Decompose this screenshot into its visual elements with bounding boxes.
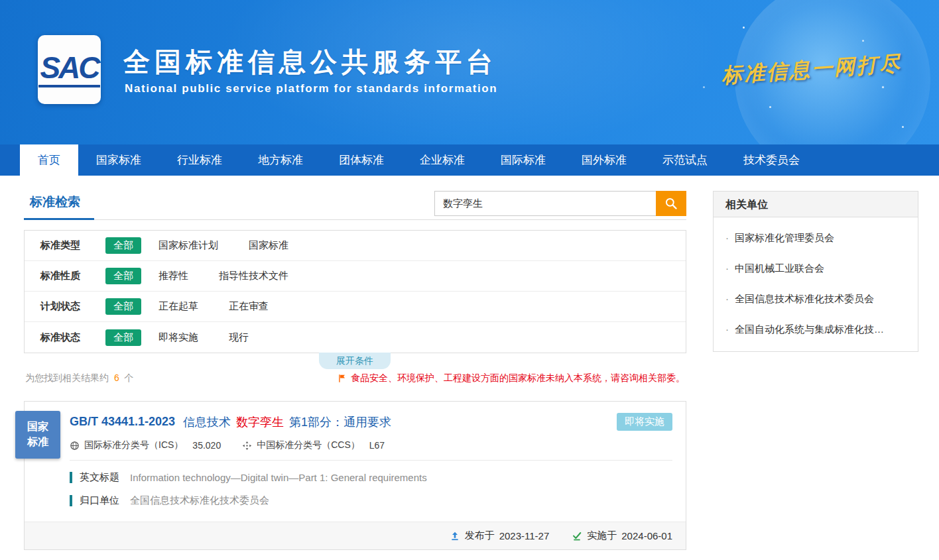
publish-date: 2023-11-27 (499, 530, 550, 541)
filter-option-all[interactable]: 全部 (105, 237, 141, 254)
sidebar-title: 相关单位 (714, 192, 918, 217)
ics-value: 35.020 (192, 440, 221, 451)
ics-label: 国际标准分类号（ICS） (84, 439, 183, 451)
filter-option[interactable]: 推荐性 (158, 270, 188, 282)
filter-row-label: 标准性质 (40, 270, 105, 282)
sparkle-decoration (743, 27, 745, 28)
standard-type-badge-line1: 国家 (27, 420, 48, 434)
publish-info: 发布于 2023-11-27 (450, 530, 550, 542)
nav-item-enterprise-standards[interactable]: 企业标准 (402, 144, 483, 176)
ics-classification: 国际标准分类号（ICS） 35.020 (70, 439, 221, 451)
site-header: SAC 全国标准信息公共服务平台 National public service… (0, 0, 939, 144)
results-notice: 食品安全、环境保护、工程建设方面的国家标准未纳入本系统，请咨询相关部委。 (338, 372, 685, 384)
sidebar-item-it-standardization-committee[interactable]: 全国信息技术标准化技术委员会 (714, 284, 918, 314)
english-title-row: 英文标题 Information technology—Digital twin… (70, 471, 672, 484)
filter-row-standard-type: 标准类型 全部 国家标准计划 国家标准 (25, 231, 686, 261)
implement-date: 2024-06-01 (621, 530, 672, 541)
committee-value: 全国信息技术标准化技术委员会 (130, 494, 269, 507)
results-notice-text: 食品安全、环境保护、工程建设方面的国家标准未纳入本系统，请咨询相关部委。 (351, 372, 685, 384)
nav-item-national-standards[interactable]: 国家标准 (78, 144, 159, 176)
standard-title-pre: 信息技术 (183, 414, 231, 430)
nav-item-industry-standards[interactable]: 行业标准 (159, 144, 240, 176)
sidebar-item-automation-systems-committee[interactable]: 全国自动化系统与集成标准化技… (714, 314, 918, 345)
committee-label: 归口单位 (80, 494, 119, 507)
english-title-label: 英文标题 (80, 471, 119, 484)
teal-bar (70, 495, 72, 506)
standard-title-post: 第1部分：通用要求 (289, 414, 391, 430)
nav-item-group-standards[interactable]: 团体标准 (321, 144, 402, 176)
filter-option-all[interactable]: 全部 (105, 329, 141, 346)
implement-info: 实施于 2024-06-01 (572, 530, 672, 542)
search-icon (664, 197, 678, 210)
tab-divider-line (24, 219, 686, 220)
compass-icon (242, 441, 252, 451)
teal-bar (70, 472, 72, 483)
card-title-row: GB/T 43441.1-2023 信息技术 数字孪生 第1部分：通用要求 即将… (70, 413, 672, 431)
nav-item-foreign-standards[interactable]: 国外标准 (564, 144, 645, 176)
filter-row-label: 标准类型 (40, 239, 105, 252)
search-button[interactable] (656, 191, 686, 216)
standard-title-highlight: 数字孪生 (236, 414, 284, 430)
filter-option[interactable]: 即将实施 (158, 331, 198, 344)
sidebar-item-sac[interactable]: 国家标准化管理委员会 (714, 223, 918, 253)
sac-logo[interactable]: SAC (38, 35, 101, 104)
results-count: 6 (114, 372, 119, 383)
ccs-value: L67 (369, 440, 385, 451)
filter-panel: 标准类型 全部 国家标准计划 国家标准 标准性质 全部 推荐性 指导性技术文件 … (24, 230, 686, 353)
flag-icon (338, 373, 347, 384)
expand-conditions-button[interactable]: 展开条件 (319, 353, 391, 369)
filter-option[interactable]: 国家标准计划 (158, 239, 218, 252)
sidebar-list: 国家标准化管理委员会 中国机械工业联合会 全国信息技术标准化技术委员会 全国自动… (714, 217, 918, 351)
filter-option[interactable]: 指导性技术文件 (219, 270, 288, 282)
result-card: 国家 标准 GB/T 43441.1-2023 信息技术 数字孪生 第1部分：通… (24, 401, 686, 550)
filter-row-plan-status: 计划状态 全部 正在起草 正在审查 (25, 292, 686, 322)
standard-title-link[interactable]: GB/T 43441.1-2023 信息技术 数字孪生 第1部分：通用要求 (70, 414, 391, 430)
tab-standard-search[interactable]: 标准检索 (30, 194, 80, 211)
content-area: 标准检索 标准类型 全部 国家标准计划 国家标准 标准性质 全部 推荐性 指导性… (0, 176, 939, 560)
filter-option[interactable]: 正在审查 (229, 300, 269, 313)
filter-row-label: 计划状态 (40, 300, 105, 313)
standard-type-badge: 国家 标准 (15, 411, 60, 459)
classification-meta-row: 国际标准分类号（ICS） 35.020 中国标准分类号（CCS） L67 (70, 439, 672, 461)
filter-row-standard-status: 标准状态 全部 即将实施 现行 (25, 322, 686, 353)
standard-code: GB/T 43441.1-2023 (70, 415, 175, 429)
filter-options: 推荐性 指导性技术文件 (158, 270, 288, 282)
publish-icon (450, 531, 460, 541)
results-summary-prefix: 为您找到相关结果约 (25, 372, 109, 383)
sidebar-item-machinery-federation[interactable]: 中国机械工业联合会 (714, 253, 918, 284)
filter-options: 即将实施 现行 (158, 331, 249, 344)
site-subtitle: National public service platform for sta… (125, 82, 497, 95)
committee-row: 归口单位 全国信息技术标准化技术委员会 (70, 494, 672, 507)
filter-option[interactable]: 国家标准 (249, 239, 288, 252)
nav-item-technical-committees[interactable]: 技术委员会 (725, 144, 818, 176)
tab-active-underline (24, 218, 94, 220)
status-badge: 即将实施 (617, 413, 672, 431)
ccs-label: 中国标准分类号（CCS） (257, 439, 360, 451)
search-input[interactable] (434, 191, 656, 216)
filter-option-all[interactable]: 全部 (105, 268, 141, 284)
publish-label: 发布于 (465, 530, 495, 542)
filter-options: 正在起草 正在审查 (158, 300, 269, 313)
filter-option[interactable]: 正在起草 (158, 300, 198, 313)
filter-option[interactable]: 现行 (229, 331, 249, 344)
english-title-value: Information technology—Digital twin—Part… (130, 472, 427, 483)
site-title: 全国标准信息公共服务平台 (123, 44, 497, 80)
filter-row-label: 标准状态 (40, 331, 105, 344)
filter-options: 国家标准计划 国家标准 (158, 239, 288, 252)
filter-option-all[interactable]: 全部 (105, 298, 141, 315)
nav-item-local-standards[interactable]: 地方标准 (240, 144, 321, 176)
nav-item-international-standards[interactable]: 国际标准 (483, 144, 564, 176)
globe-icon (70, 441, 80, 451)
results-meta-row: 为您找到相关结果约 6 个 食品安全、环境保护、工程建设方面的国家标准未纳入本系… (25, 372, 685, 384)
check-icon (572, 531, 582, 541)
nav-item-pilot-demonstration[interactable]: 示范试点 (645, 144, 725, 176)
search-box (434, 191, 686, 216)
implement-label: 实施于 (587, 530, 617, 542)
card-body: GB/T 43441.1-2023 信息技术 数字孪生 第1部分：通用要求 即将… (25, 402, 686, 507)
nav-item-home[interactable]: 首页 (20, 144, 78, 176)
card-footer: 发布于 2023-11-27 实施于 2024-06-01 (25, 522, 686, 549)
sac-logo-text: SAC (38, 52, 99, 87)
results-summary-suffix: 个 (125, 372, 134, 383)
filter-row-standard-nature: 标准性质 全部 推荐性 指导性技术文件 (25, 261, 686, 292)
results-summary: 为您找到相关结果约 6 个 (25, 372, 134, 384)
